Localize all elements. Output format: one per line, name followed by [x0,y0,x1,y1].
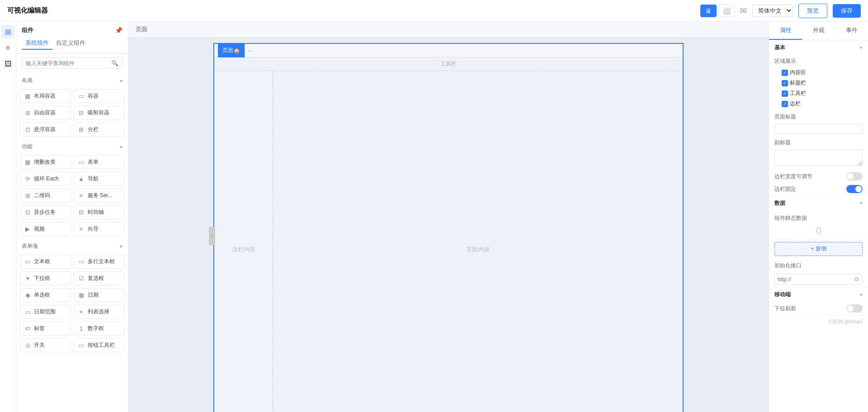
right-tab-appearance[interactable]: 外观 [802,22,835,40]
collapse-arrow[interactable]: ‹ [209,227,215,245]
each-icon: ⟳ [24,175,31,182]
device-switcher: 🖥 ⬜ [700,5,735,17]
sidebar-width-toggle[interactable] [846,172,863,180]
section-function-toggle[interactable]: ▾ [120,144,123,150]
section-layout-toggle[interactable]: ▾ [120,78,123,84]
message-icon[interactable]: ✉ [740,6,747,16]
url-edit-icon[interactable]: ⚙ [854,276,859,283]
sidebar-fixed-row: 边栏固定 [769,183,868,195]
layout-container-icon: ▦ [24,93,31,99]
pull-refresh-toggle[interactable] [846,304,863,313]
comp-video[interactable]: ▶视频 [20,222,71,236]
comp-date[interactable]: ▦日期 [74,288,125,302]
preview-button[interactable]: 预览 [798,4,827,18]
checkbox-sidebar-box[interactable]: ✓ [782,101,788,107]
date-range-icon: ▭ [24,308,31,315]
page-tab-active[interactable]: 页面 🏠 [218,44,245,57]
url-input[interactable] [778,276,854,283]
checkbox-toolbar-box[interactable]: ✓ [782,90,788,97]
page-tab-more[interactable]: ··· [245,47,255,54]
number-icon: 1 [78,325,85,332]
comp-nav[interactable]: ▲导航 [74,172,125,186]
checkbox-content-area-box[interactable]: ✓ [782,70,788,76]
page-title-row: 页面标题 [769,111,868,123]
comp-layout-container[interactable]: ▦布局容器 [20,89,71,103]
subtitle-input[interactable] [774,150,863,166]
checkbox-title-bar-box[interactable]: ✓ [782,80,788,86]
mobile-section-header[interactable]: 移动端 ▾ [769,287,868,302]
mobile-section-arrow: ▾ [860,292,863,298]
comp-select[interactable]: ▾下拉框 [20,271,71,285]
canvas-wrapper[interactable]: 页面 🏠 ··· 工具栏 边栏内容 页面内容 [128,38,769,412]
comp-container[interactable]: ▭容器 [74,89,125,103]
comp-switch[interactable]: ◎开关 [20,338,71,352]
comp-column[interactable]: ⊞分栏 [74,123,125,137]
data-section-title: 数据 [774,199,785,207]
service-icon: ≡ [78,192,85,199]
tab-system-components[interactable]: 系统组件 [22,37,52,50]
panel-tabs: 系统组件 自定义组件 [16,37,128,54]
language-select[interactable]: 简体中文 [752,5,793,17]
input-icon: ▭ [24,258,31,265]
section-function-title: 功能 [22,143,33,151]
panel-header: 组件 📌 [16,22,128,37]
device-desktop-button[interactable]: 🖥 [700,5,717,17]
snap-container-icon: ⊟ [78,109,85,116]
page-title-label: 页面标题 [774,113,863,121]
components-icon[interactable]: ⊞ [2,25,14,38]
pin-icon[interactable]: 📌 [115,27,123,34]
data-section-body: 组件静态数据 ⟨⟩ + 新增 [769,211,868,260]
data-section-header[interactable]: 数据 ▾ [769,196,868,211]
image-icon[interactable]: 🖼 [2,58,14,71]
sidebar-fixed-label: 边栏固定 [774,185,846,193]
right-tab-properties[interactable]: 属性 [769,22,802,40]
comp-date-range[interactable]: ▭日期范围 [20,305,71,319]
comp-free-container[interactable]: ⊞自由容器 [20,106,71,120]
tab-custom-components[interactable]: 自定义组件 [52,37,89,50]
comp-qrcode[interactable]: ⊞二维码 [20,189,71,203]
right-tabs: 属性 外观 事件 [769,22,868,40]
checkbox-title-bar: ✓ 标题栏 [769,78,868,88]
search-input[interactable] [26,60,111,66]
left-icon-rail: ⊞ ≡ 🖼 [0,22,16,412]
list-icon[interactable]: ≡ [2,42,14,54]
comp-float-container[interactable]: ⊡悬浮容器 [20,123,71,137]
basic-section-header[interactable]: 基本 ▾ [769,40,868,55]
comp-tag[interactable]: 🏷标签 [20,322,71,336]
checkbox-icon: ☑ [78,275,85,282]
sidebar-fixed-toggle[interactable] [846,185,863,193]
comp-number[interactable]: 1数字框 [74,322,125,336]
basic-section-title: 基本 [774,44,785,52]
save-button[interactable]: 保存 [833,4,861,18]
data-section: 数据 ▾ 组件静态数据 ⟨⟩ + 新增 初始化接口 ⚙ [769,196,868,287]
comp-guide[interactable]: ≡向导 [74,222,125,236]
bottom-text: CSDN @tenqci [769,315,868,328]
left-panel: 组件 📌 系统组件 自定义组件 🔍 布局 ▾ ▦布局容器 ▭容器 ⊞自由容器 ⊟… [16,22,128,412]
main-content-area: 页面内容 [273,71,683,412]
select-icon: ▾ [24,275,31,282]
add-data-button[interactable]: + 新增 [774,242,863,256]
comp-async-task[interactable]: ⊡异步任务 [20,205,71,219]
comp-snap-container[interactable]: ⊟吸附容器 [74,106,125,120]
comp-checkbox[interactable]: ☑复选框 [74,271,125,285]
comp-input[interactable]: ▭文本框 [20,255,71,269]
section-layout-title: 布局 [22,77,33,85]
comp-textarea[interactable]: ▭多行文本框 [74,255,125,269]
page-title-input[interactable] [774,124,863,134]
comp-button-toolbar[interactable]: ▭按钮工具栏 [74,338,125,352]
device-tablet-button[interactable]: ⬜ [718,5,735,17]
comp-form[interactable]: ▭表单 [74,155,125,169]
right-tab-events[interactable]: 事件 [835,22,868,40]
comp-service[interactable]: ≡服务 Ser... [74,189,125,203]
comp-timeline[interactable]: ⊟时间轴 [74,205,125,219]
section-form-items-toggle[interactable]: ▾ [120,243,123,250]
checkbox-content-area-label: 内容区 [790,69,806,76]
comp-crud[interactable]: ▦增删改查 [20,155,71,169]
nav-icon: ▲ [78,175,85,182]
page-tab-bar: 页面 🏠 ··· [214,44,683,57]
tag-icon: 🏷 [24,325,31,332]
comp-radio[interactable]: ◉单选框 [20,288,71,302]
column-icon: ⊞ [78,126,85,133]
comp-list-select[interactable]: ≡列表选择 [74,305,125,319]
comp-each[interactable]: ⟳循环 Each [20,172,71,186]
